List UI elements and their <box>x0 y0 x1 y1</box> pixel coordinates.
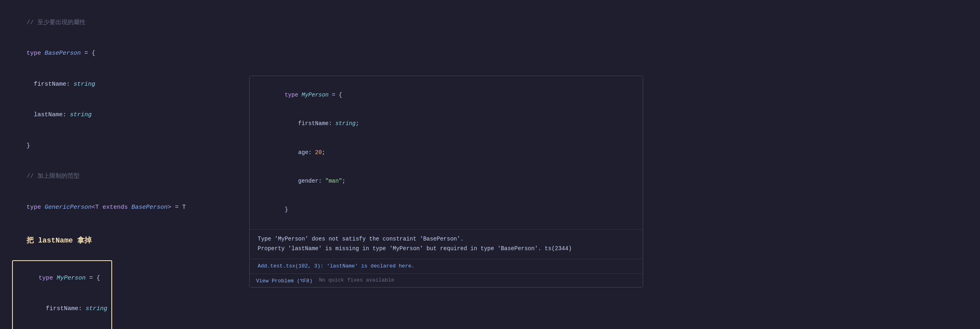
tooltip-popup: type MyPerson = { firstName: string; age… <box>249 76 643 288</box>
tooltip-error-section: Type 'MyPerson' does not satisfy the con… <box>250 230 643 259</box>
tooltip-location-section: Add.test.tsx(102, 3): 'lastName' is decl… <box>250 259 643 274</box>
code-myperson-type: type MyPerson = { <box>17 263 107 294</box>
tooltip-code-section: type MyPerson = { firstName: string; age… <box>250 76 643 230</box>
tooltip-actions-section: View Problem (⌥F8) No quick fixes availa… <box>250 274 643 287</box>
no-fixes-text: No quick fixes available <box>319 276 394 285</box>
comment-text: // 至少要出現的屬性 <box>27 19 86 26</box>
tooltip-code-line-4: gender: "man"; <box>258 167 635 195</box>
tooltip-error-line1: Type 'MyPerson' does not satisfy the con… <box>258 236 463 242</box>
keyword-type: type <box>27 50 45 57</box>
code-myperson-age: age: 20 <box>17 324 107 329</box>
editor-area: // 至少要出現的屬性 type BasePerson = { firstNam… <box>0 0 980 329</box>
code-line-baseperson: type BasePerson = { <box>12 38 968 69</box>
type-baseperson: BasePerson <box>45 50 81 57</box>
code-myperson-firstname: firstName: string <box>17 294 107 325</box>
zh-annotation-text: 把 lastName 拿掉 <box>27 236 92 245</box>
tooltip-location-link[interactable]: Add.test.tsx(102, 3): 'lastName' is decl… <box>258 263 414 269</box>
tooltip-error-line2: Property 'lastName' is missing in type '… <box>258 245 572 252</box>
tooltip-code-line-2: firstName: string; <box>258 109 635 138</box>
tooltip-code-line-5: } <box>258 196 635 224</box>
code-line-comment1: // 至少要出現的屬性 <box>12 7 968 38</box>
highlighted-myperson-block: type MyPerson = { firstName: string age:… <box>12 260 112 329</box>
view-problem-button[interactable]: View Problem (⌥F8) <box>256 278 312 284</box>
comment-generic: // 加上限制的范型 <box>27 173 80 180</box>
tooltip-code-line-3: age: 20; <box>258 138 635 167</box>
tooltip-code-line-1: type MyPerson = { <box>258 81 635 109</box>
